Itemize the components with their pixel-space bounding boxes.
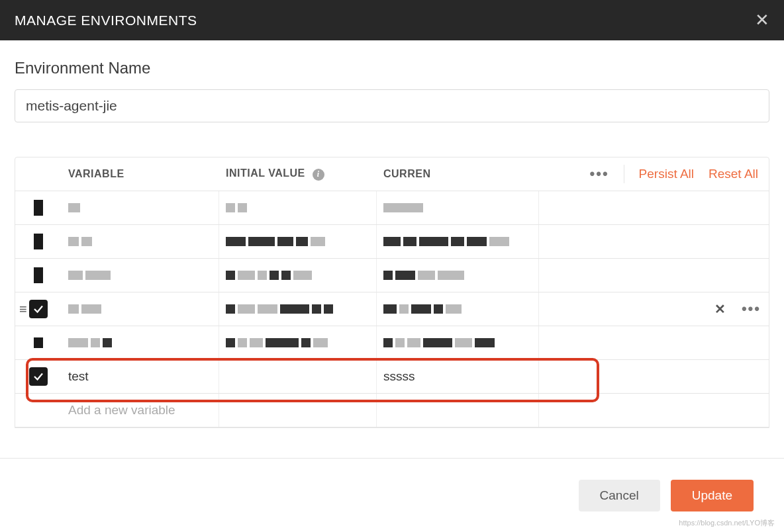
table-row (15, 191, 769, 225)
table-header: VARIABLE INITIAL VALUE i CURREN ••• Pers… (15, 157, 769, 191)
add-variable-placeholder[interactable]: Add a new variable (62, 394, 219, 427)
table-row-highlighted[interactable]: test sssss (15, 360, 769, 394)
add-variable-row[interactable]: Add a new variable (15, 394, 769, 427)
initial-value-cell[interactable] (219, 360, 377, 393)
drag-handle-icon[interactable]: ≡ (19, 302, 27, 317)
table-row[interactable]: ≡ ✕ ••• (15, 292, 769, 326)
watermark-text: https://blog.csdn.net/LYO博客 (679, 518, 775, 528)
env-name-input[interactable] (15, 89, 769, 122)
close-icon[interactable]: ✕ (755, 10, 769, 30)
variable-cell[interactable]: test (62, 360, 219, 393)
variables-table: VARIABLE INITIAL VALUE i CURREN ••• Pers… (15, 157, 769, 428)
current-value-cell[interactable]: sssss (377, 360, 539, 393)
table-row (15, 326, 769, 360)
modal-footer: Cancel Update https://blog.csdn.net/LYO博… (0, 458, 784, 532)
table-row (15, 225, 769, 259)
col-header-initial: INITIAL VALUE i (219, 167, 377, 181)
cancel-button[interactable]: Cancel (579, 480, 660, 511)
row-more-icon[interactable]: ••• (742, 300, 761, 318)
more-icon[interactable]: ••• (589, 165, 609, 183)
modal-header: MANAGE ENVIRONMENTS ✕ (0, 0, 784, 40)
row-checkbox[interactable] (29, 300, 48, 318)
persist-all-link[interactable]: Persist All (639, 167, 694, 181)
update-button[interactable]: Update (671, 480, 754, 511)
row-checkbox[interactable] (29, 367, 48, 386)
reset-all-link[interactable]: Reset All (709, 167, 758, 181)
modal-title: MANAGE ENVIRONMENTS (15, 13, 197, 28)
table-row (15, 259, 769, 292)
col-header-variable: VARIABLE (62, 168, 219, 180)
info-icon[interactable]: i (313, 169, 324, 181)
delete-row-icon[interactable]: ✕ (714, 301, 726, 317)
env-name-label: Environment Name (15, 59, 769, 77)
col-header-current: CURREN (377, 168, 539, 180)
